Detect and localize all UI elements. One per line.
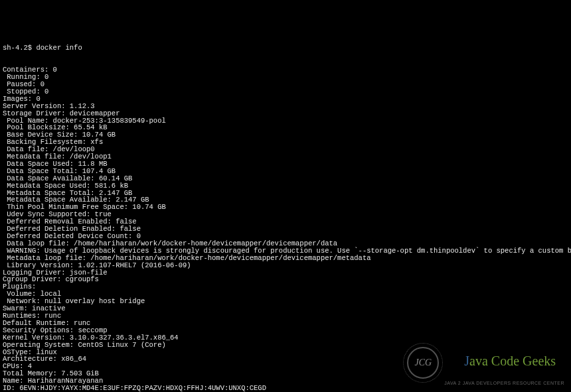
output-line: Metadata Space Used: 581.6 kB xyxy=(3,182,568,190)
watermark-subtitle: JAVA 2 JAVA DEVELOPERS RESOURCE CENTER xyxy=(444,381,564,385)
output-line: Containers: 0 xyxy=(3,66,568,74)
output-line: Server Version: 1.12.3 xyxy=(3,103,568,110)
output-line: Network: null overlay host bridge xyxy=(3,298,568,305)
jcg-logo-text: JCG xyxy=(414,358,432,368)
output-line: Running: 0 xyxy=(3,74,568,81)
watermark-title-rest: ava Code Geeks xyxy=(469,354,556,368)
output-line: Metadata loop file: /home/hariharan/work… xyxy=(3,255,568,262)
watermark: JCG Java Code Geeks JAVA 2 JAVA DEVELOPE… xyxy=(407,341,564,385)
output-line: Plugins: xyxy=(3,283,568,291)
output-line: Swarm: inactive xyxy=(3,305,568,312)
output-line: Library Version: 1.02.107-RHEL7 (2016-06… xyxy=(3,262,568,269)
output-line: Paused: 0 xyxy=(3,81,568,88)
terminal-output[interactable]: sh-4.2$ docker info Containers: 0 Runnin… xyxy=(3,31,568,392)
output-line: Stopped: 0 xyxy=(3,88,568,96)
output-line: Storage Driver: devicemapper xyxy=(3,110,568,117)
shell-prompt: sh-4.2$ docker info xyxy=(3,44,568,52)
jcg-logo-icon: JCG xyxy=(407,347,439,379)
output-line: Cgroup Driver: cgroupfs xyxy=(3,276,568,283)
watermark-text: Java Code Geeks JAVA 2 JAVA DEVELOPERS R… xyxy=(444,341,564,385)
watermark-title: Java Code Geeks xyxy=(444,341,564,381)
watermark-title-j: J xyxy=(464,354,469,368)
